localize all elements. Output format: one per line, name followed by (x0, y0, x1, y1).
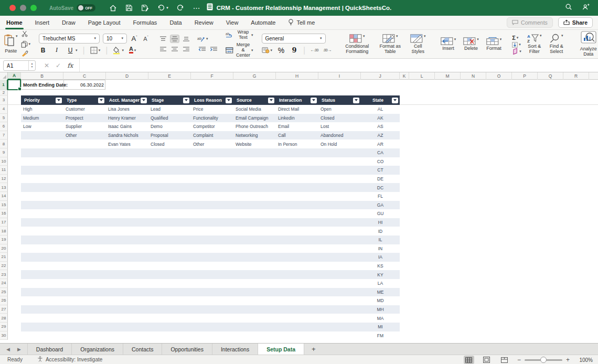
insert-cells-button[interactable]: ▾ Insert (439, 37, 458, 51)
copy-icon[interactable]: ▾ (21, 41, 31, 48)
cell-J4[interactable]: AL (361, 105, 400, 114)
table-header-stage[interactable]: Stage (148, 95, 191, 105)
autosave-toggle[interactable]: OFF (77, 4, 95, 12)
cell-G6[interactable]: Phone Outreach (233, 122, 276, 131)
autosum-button[interactable]: Σ▾ (512, 35, 521, 41)
row-header-19[interactable]: 19 (0, 235, 8, 244)
row-header-17[interactable]: 17 (0, 218, 8, 227)
cell-C5[interactable]: Prospect (63, 114, 106, 123)
column-header-F[interactable]: F (191, 72, 233, 80)
column-header-P[interactable]: P (512, 72, 538, 80)
cell-E6[interactable]: Demo (148, 122, 191, 131)
cell-J27[interactable]: MH (361, 305, 400, 314)
bold-button[interactable]: B (39, 47, 47, 54)
name-box-stepper[interactable]: ▲▼ (28, 61, 35, 70)
row-header-24[interactable]: 24 (0, 279, 8, 288)
cell-I4[interactable]: Open (318, 105, 361, 114)
row-header-4[interactable]: 4 (0, 105, 8, 114)
cell-J5[interactable]: AK (361, 114, 400, 123)
row-header-14[interactable]: 14 (0, 192, 8, 201)
cell-F5[interactable]: Functionality (191, 114, 233, 123)
cell-D4[interactable]: Lisa Jones (106, 105, 148, 114)
row-header-10[interactable]: 10 (0, 157, 8, 166)
row-header-18[interactable]: 18 (0, 227, 8, 235)
filter-button[interactable] (226, 98, 232, 103)
cell-E4[interactable]: Lead (148, 105, 191, 114)
cell-J20[interactable]: IN (361, 244, 400, 253)
row-header-3[interactable]: 3 (0, 95, 8, 105)
row-header-6[interactable]: 6 (0, 122, 8, 131)
cell-I5[interactable]: Closed (318, 114, 361, 123)
cell-J12[interactable]: DE (361, 175, 400, 184)
analyze-data-button[interactable]: Analyze Data (576, 31, 598, 57)
table-header-priority[interactable]: Priority (21, 95, 63, 105)
sheet-tab-dashboard[interactable]: Dashboard (27, 344, 72, 355)
insert-function-icon[interactable]: fx (67, 62, 73, 69)
column-header-R[interactable]: R (563, 72, 589, 80)
font-name-select[interactable]: Trebuchet MS▾ (39, 34, 100, 44)
format-painter-icon[interactable] (21, 49, 28, 59)
clear-button[interactable]: ▾ (512, 49, 521, 54)
cell-G5[interactable]: Email Campaign (233, 114, 276, 123)
table-header-status[interactable]: Status (318, 95, 361, 105)
row-header-13[interactable]: 13 (0, 183, 8, 192)
format-as-table-button[interactable]: ▾ Format as Table (377, 34, 404, 55)
cell-D6[interactable]: Isaac Gains (106, 122, 148, 131)
filter-button[interactable] (98, 98, 104, 103)
cell-G7[interactable]: Networking (233, 131, 276, 140)
column-header-L[interactable]: L (409, 72, 435, 80)
cell-J7[interactable]: AZ (361, 131, 400, 140)
cell-H6[interactable]: Email (276, 122, 318, 131)
cell-E8[interactable]: Closed (148, 140, 191, 148)
cell-J19[interactable]: IL (361, 235, 400, 244)
table-header-source[interactable]: Source (233, 95, 276, 105)
cell-I6[interactable]: Lost (318, 122, 361, 131)
select-all-corner[interactable] (0, 72, 8, 80)
tab-view[interactable]: View (220, 16, 245, 30)
zoom-window-button[interactable] (30, 5, 37, 11)
undo-icon[interactable]: ▾ (157, 4, 168, 12)
column-header-O[interactable]: O (486, 72, 512, 80)
page-break-view-button[interactable] (499, 356, 510, 364)
row-header-8[interactable]: 8 (0, 140, 8, 148)
cell-J13[interactable]: DC (361, 183, 400, 192)
underline-button[interactable]: U (66, 47, 74, 54)
cell-D8[interactable]: Evan Yates (106, 140, 148, 148)
row-header-2[interactable]: 2 (0, 90, 8, 95)
find-select-button[interactable]: ▾ Find & Select (546, 34, 568, 55)
save-as-icon[interactable] (141, 4, 148, 12)
fill-down-button[interactable]: ▾ (512, 42, 521, 48)
tab-insert[interactable]: Insert (29, 16, 56, 30)
home-icon[interactable] (109, 4, 117, 12)
cell-E7[interactable]: Proposal (148, 131, 191, 140)
delete-cells-button[interactable]: ▾ Delete (461, 37, 481, 51)
cell-I7[interactable]: Abandoned (318, 131, 361, 140)
row-header-20[interactable]: 20 (0, 244, 8, 253)
cut-icon[interactable] (21, 30, 28, 39)
italic-button[interactable]: I (52, 46, 61, 54)
borders-button[interactable]: ▾ (90, 47, 101, 54)
cell-G4[interactable]: Social Media (233, 105, 276, 114)
align-middle-button[interactable] (170, 35, 179, 43)
cell-J21[interactable]: IA (361, 253, 400, 262)
row-header-5[interactable]: 5 (0, 114, 8, 123)
more-commands-icon[interactable]: ⋯ (193, 5, 201, 10)
row-header-23[interactable]: 23 (0, 270, 8, 279)
cell-J25[interactable]: ME (361, 288, 400, 297)
cell-F8[interactable]: Other (191, 140, 233, 148)
filter-button[interactable] (268, 98, 274, 103)
sort-filter-button[interactable]: AZ▾ Sort & Filter (524, 34, 546, 55)
zoom-slider-thumb[interactable] (540, 357, 547, 363)
cell-D7[interactable]: Sandra Nichols (106, 131, 148, 140)
increase-font-icon[interactable]: Aˆ (130, 35, 138, 42)
cell-B5[interactable]: Medium (21, 114, 63, 123)
cell-J9[interactable]: CA (361, 148, 400, 157)
wrap-text-button[interactable]: ab Wrap Text▾ (226, 30, 253, 40)
cell-J8[interactable]: AR (361, 140, 400, 148)
tab-tell-me[interactable]: Tell me (282, 16, 321, 30)
fill-color-button[interactable]: ▾ (113, 47, 124, 54)
align-left-button[interactable] (158, 45, 168, 53)
zoom-out-icon[interactable]: − (517, 356, 521, 363)
minimize-window-button[interactable] (20, 5, 26, 11)
active-cell-A1[interactable] (7, 79, 21, 90)
